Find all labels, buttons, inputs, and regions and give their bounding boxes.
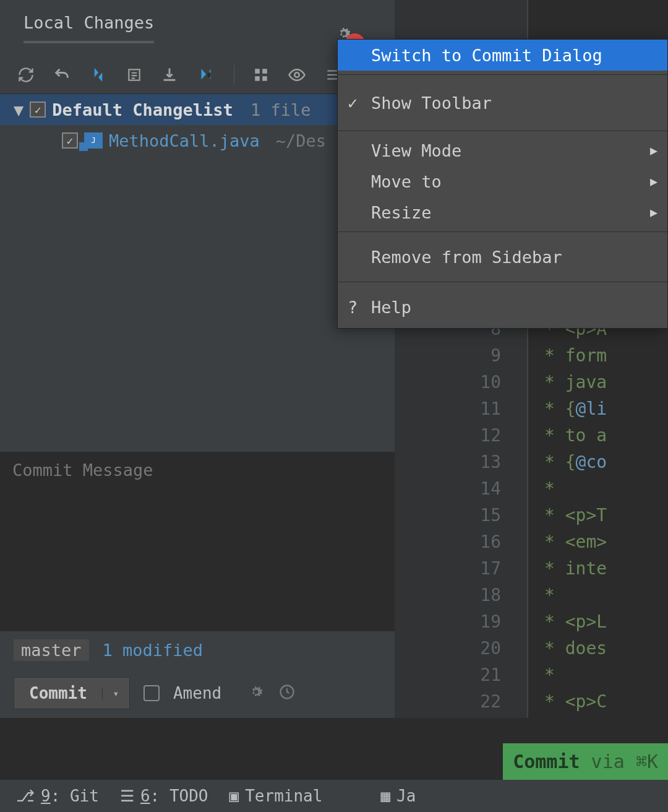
menu-switch-commit-dialog[interactable]: Switch to Commit Dialog <box>338 40 667 71</box>
code-line: * to a <box>544 425 668 452</box>
file-path: ~/Des <box>276 131 326 150</box>
commit-toolbar <box>0 56 395 94</box>
status-terminal[interactable]: ▣ Terminal <box>229 787 323 805</box>
menu-label: Resize <box>371 203 432 222</box>
svg-rect-4 <box>262 76 267 81</box>
file-row[interactable]: ✓ J MethodCall.java ~/Des <box>0 125 395 156</box>
panel-tab-header: Local Changes 1 <box>0 0 395 56</box>
modified-count[interactable]: 1 modified <box>103 641 203 660</box>
tooltip-text: via <box>580 751 636 772</box>
svg-rect-3 <box>255 76 260 81</box>
branch-icon: ⎇ <box>16 787 35 805</box>
menu-separator <box>338 282 667 282</box>
branch-row: master 1 modified <box>0 631 395 668</box>
menu-move-to[interactable]: Move to ▶ <box>338 166 667 197</box>
changelist-checkbox[interactable]: ✓ <box>30 102 46 118</box>
file-checkbox[interactable]: ✓ <box>62 132 78 149</box>
empty-area <box>0 156 395 452</box>
shelve-icon[interactable] <box>161 66 178 84</box>
rollback-icon[interactable] <box>53 66 71 84</box>
preview-icon[interactable] <box>288 66 306 84</box>
code-line: * {@li <box>544 399 668 425</box>
commit-button-label: Commit <box>14 684 102 702</box>
menu-separator <box>338 131 667 131</box>
menu-label: View Mode <box>371 141 461 160</box>
line-number: 15 <box>395 505 501 532</box>
line-number: 12 <box>395 425 501 452</box>
svg-rect-1 <box>255 69 260 74</box>
history-icon[interactable] <box>278 683 296 703</box>
code-line: * <box>544 478 668 505</box>
line-number: 10 <box>395 372 501 399</box>
line-number: 20 <box>395 638 501 665</box>
code-line: * form <box>544 345 668 372</box>
check-icon: ✓ <box>348 93 358 113</box>
list-icon: ☰ <box>120 787 134 805</box>
commit-dropdown-icon[interactable]: ▾ <box>102 688 129 699</box>
code-line: * <em> <box>544 532 668 558</box>
line-number: 22 <box>395 691 501 718</box>
group-by-icon[interactable] <box>253 67 269 83</box>
line-number: 9 <box>395 345 501 372</box>
code-line: * {@co <box>544 452 668 478</box>
help-icon: ? <box>348 298 358 317</box>
settings-popup: Switch to Commit Dialog ✓ Show Toolbar V… <box>337 39 668 329</box>
commit-button[interactable]: Commit ▾ <box>14 677 130 709</box>
svg-rect-2 <box>262 69 267 74</box>
status-git[interactable]: ⎇ 9: Git <box>16 787 99 805</box>
code-line: * <p>T <box>544 505 668 532</box>
unshelve-icon[interactable] <box>197 66 215 84</box>
line-number: 11 <box>395 399 501 425</box>
changelist-row[interactable]: ▼ ✓ Default Changelist 1 file <box>0 94 395 125</box>
code-line: * inte <box>544 558 668 585</box>
menu-show-toolbar[interactable]: ✓ Show Toolbar <box>338 79 667 127</box>
changelist-name: Default Changelist <box>52 100 233 119</box>
code-line: * <box>544 585 668 611</box>
code-line: * does <box>544 638 668 665</box>
menu-view-mode[interactable]: View Mode ▶ <box>338 135 667 166</box>
status-todo[interactable]: ☰ 6: TODO <box>120 787 208 805</box>
svg-point-5 <box>294 72 299 77</box>
expand-triangle-icon[interactable]: ▼ <box>14 100 24 119</box>
code-line: * <p>L <box>544 611 668 638</box>
diff-icon[interactable] <box>89 66 108 84</box>
git-label: : Git <box>51 787 99 805</box>
line-number: 18 <box>395 585 501 611</box>
branch-name[interactable]: master <box>14 639 89 661</box>
changelist-icon[interactable] <box>126 67 142 83</box>
java-icon: ▦ <box>380 787 390 805</box>
menu-remove-from-sidebar[interactable]: Remove from Sidebar <box>338 236 667 278</box>
commit-button-row: Commit ▾ Amend <box>0 668 395 718</box>
commit-settings-icon[interactable] <box>247 683 265 703</box>
line-number: 21 <box>395 665 501 691</box>
line-number: 17 <box>395 558 501 585</box>
status-bar: ⎇ 9: Git ☰ 6: TODO ▣ Terminal ▦ Ja <box>0 780 668 812</box>
commit-panel: Local Changes 1 ▼ ✓ Default Changelist 1… <box>0 0 395 718</box>
git-hotkey: 9 <box>41 787 51 805</box>
amend-checkbox[interactable] <box>143 685 160 701</box>
code-line: * java <box>544 372 668 399</box>
local-changes-tab[interactable]: Local Changes <box>24 13 154 43</box>
commit-shortcut-tooltip: Commit via ⌘K <box>503 743 668 780</box>
java-label: Ja <box>396 787 416 805</box>
file-count: 1 file <box>250 100 311 119</box>
terminal-icon: ▣ <box>229 787 239 805</box>
line-number: 13 <box>395 452 501 478</box>
todo-hotkey: 6 <box>140 787 150 805</box>
file-name: MethodCall.java <box>109 131 260 150</box>
menu-resize[interactable]: Resize ▶ <box>338 197 667 228</box>
commit-message-input[interactable]: Commit Message <box>0 452 395 631</box>
refresh-icon[interactable] <box>17 66 35 84</box>
tooltip-text: Commit <box>513 751 580 772</box>
menu-separator <box>338 231 667 232</box>
menu-label: Move to <box>371 172 442 191</box>
java-file-icon: J <box>84 132 103 149</box>
terminal-label: Terminal <box>245 787 322 805</box>
code-line: * <box>544 665 668 691</box>
toolbar-separator <box>234 65 234 85</box>
status-java[interactable]: ▦ Ja <box>380 787 416 805</box>
todo-label: : TODO <box>150 787 208 805</box>
menu-separator <box>338 74 667 75</box>
code-line: * <p>C <box>544 691 668 718</box>
menu-help[interactable]: ? Help <box>338 286 667 328</box>
